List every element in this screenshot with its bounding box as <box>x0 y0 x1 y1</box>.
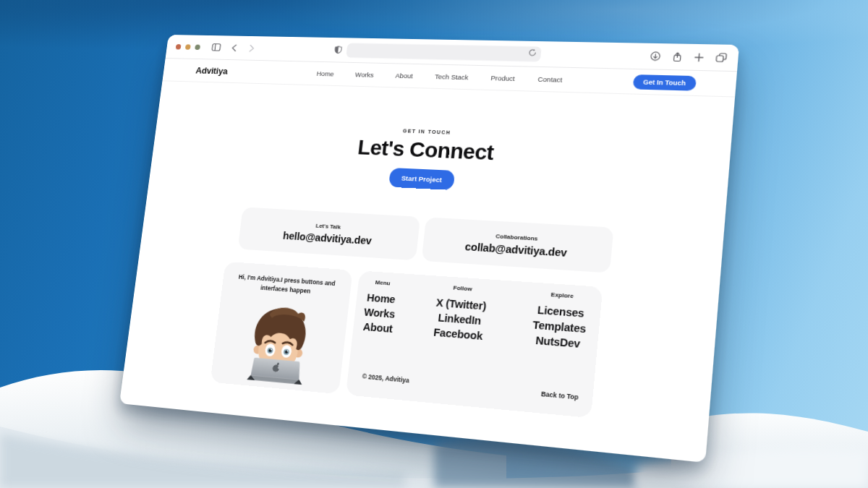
footer-link[interactable]: About <box>354 319 402 337</box>
footer-links: LicensesTemplatesNutsDev <box>525 301 595 352</box>
footer-links: HomeWorksAbout <box>354 290 405 338</box>
footer-column-title: Menu <box>359 278 406 288</box>
footer-column-follow: Follow X (Twitter)LinkedInFacebook <box>423 283 497 344</box>
contact-card-email[interactable]: hello@advitiya.dev <box>282 229 372 246</box>
contact-card-lets-talk[interactable]: Let's Talk hello@advitiya.dev <box>238 207 421 260</box>
nav-link[interactable]: Tech Stack <box>435 72 469 81</box>
memoji-avatar <box>238 298 320 388</box>
zoom-window-button[interactable] <box>195 44 200 50</box>
reload-icon[interactable] <box>528 48 537 56</box>
contact-card-email[interactable]: collab@advitiya.dev <box>464 240 567 258</box>
nav-link[interactable]: Contact <box>537 75 563 84</box>
share-icon[interactable] <box>672 51 683 62</box>
address-bar[interactable] <box>346 43 542 61</box>
bio-text: Hi, I'm Advitiya.I press buttons and int… <box>230 272 344 298</box>
contact-card-label: Collaborations <box>495 233 538 242</box>
bio-card: Hi, I'm Advitiya.I press buttons and int… <box>210 262 353 394</box>
footer-card: Menu HomeWorksAbout Follow X (Twitter)Li… <box>346 270 603 418</box>
download-icon[interactable] <box>650 51 661 61</box>
nav-link[interactable]: Home <box>316 69 334 77</box>
back-to-top-link[interactable]: Back to Top <box>541 390 579 401</box>
get-in-touch-button[interactable]: Get In Touch <box>632 74 697 91</box>
contact-cards-row: Let's Talk hello@advitiya.dev Collaborat… <box>238 207 614 273</box>
close-window-button[interactable] <box>176 44 182 49</box>
site-nav: HomeWorksAboutTech StackProductContact <box>316 69 563 83</box>
contact-card-collaborations[interactable]: Collaborations collab@advitiya.dev <box>422 217 614 273</box>
footer-column-title: Follow <box>429 283 498 294</box>
tabs-overview-icon[interactable] <box>715 53 728 63</box>
nav-link[interactable]: Product <box>490 74 515 82</box>
forward-icon[interactable] <box>248 44 255 52</box>
site-logo[interactable]: Advitiya <box>195 65 229 76</box>
footer-links: X (Twitter)LinkedInFacebook <box>423 294 496 344</box>
contact-card-label: Let's Talk <box>315 222 341 230</box>
footer-column-title: Explore <box>529 290 595 301</box>
traffic-lights <box>176 44 201 50</box>
hero-section: GET IN TOUCH Let's Connect Start Project <box>150 81 735 203</box>
nav-link[interactable]: Works <box>354 71 374 79</box>
start-project-button[interactable]: Start Project <box>388 168 456 190</box>
footer-column-menu: Menu HomeWorksAbout <box>354 278 407 338</box>
browser-window: Advitiya HomeWorksAboutTech StackProduct… <box>119 35 739 463</box>
sidebar-icon[interactable] <box>211 43 221 51</box>
footer-column-explore: Explore LicensesTemplatesNutsDev <box>525 290 595 353</box>
shield-icon[interactable] <box>334 46 343 54</box>
minimize-window-button[interactable] <box>185 44 191 50</box>
back-icon[interactable] <box>231 43 238 51</box>
footer-cards-row: Hi, I'm Advitiya.I press buttons and int… <box>210 262 603 418</box>
copyright-text: © 2025, Advitiya <box>362 372 409 384</box>
nav-link[interactable]: About <box>395 72 413 80</box>
new-tab-icon[interactable] <box>694 53 704 62</box>
